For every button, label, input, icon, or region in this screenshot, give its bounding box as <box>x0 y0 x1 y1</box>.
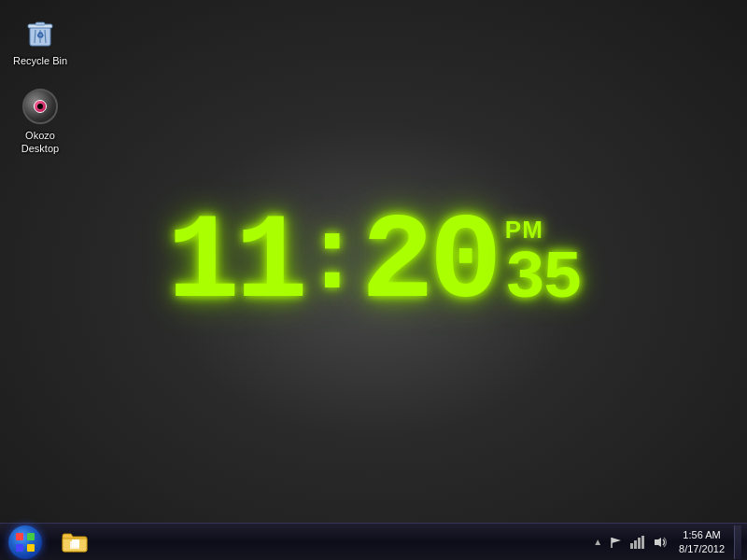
windows-logo <box>16 533 35 552</box>
clock-seconds: 35 <box>505 245 580 312</box>
clock-display: 11 : 20 PM 35 <box>167 203 581 325</box>
desktop: ♻ Recycle Bin OkozoDesktop 11 : 20 PM 35 <box>0 0 747 523</box>
tray-date: 8/17/2012 <box>679 542 725 555</box>
file-explorer-button[interactable] <box>56 525 93 559</box>
svg-rect-12 <box>634 540 637 549</box>
clock-colon: : <box>302 209 363 319</box>
action-center-icon[interactable] <box>608 534 625 551</box>
system-tray: ▲ 1:56 AM <box>585 524 747 560</box>
svg-rect-8 <box>72 539 79 547</box>
svg-rect-13 <box>638 538 641 549</box>
clock-seconds-ampm: PM 35 <box>505 216 580 312</box>
taskbar-quick-launch <box>50 524 99 560</box>
show-desktop-button[interactable] <box>734 525 741 559</box>
tray-arrow[interactable]: ▲ <box>591 535 604 549</box>
system-clock[interactable]: 1:56 AM 8/17/2012 <box>673 528 730 555</box>
network-icon[interactable] <box>628 534 647 551</box>
okozo-image <box>21 88 59 125</box>
okozo-desktop-icon[interactable]: OkozoDesktop <box>7 84 73 160</box>
okozo-label: OkozoDesktop <box>21 129 59 156</box>
recycle-bin-label: Recycle Bin <box>13 54 67 67</box>
recycle-bin-icon[interactable]: ♻ Recycle Bin <box>7 9 73 71</box>
windows-orb <box>8 525 42 559</box>
svg-text:♻: ♻ <box>36 31 44 40</box>
taskbar: ▲ 1:56 AM <box>0 523 747 560</box>
recycle-bin-image: ♻ <box>21 13 59 50</box>
clock-hours: 11 <box>167 203 303 325</box>
svg-rect-11 <box>630 543 633 549</box>
svg-rect-14 <box>641 536 644 549</box>
volume-icon[interactable] <box>651 534 669 551</box>
clock-minutes: 20 <box>361 203 498 325</box>
svg-marker-9 <box>612 538 621 543</box>
svg-rect-2 <box>35 22 45 25</box>
start-button[interactable] <box>0 524 50 561</box>
tray-time: 1:56 AM <box>683 528 720 541</box>
svg-marker-15 <box>655 538 661 547</box>
